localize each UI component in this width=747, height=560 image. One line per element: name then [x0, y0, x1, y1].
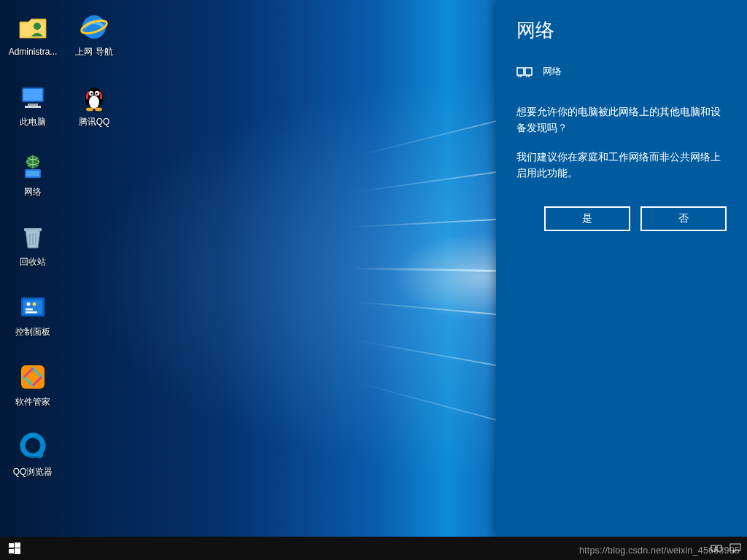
windows-logo-icon	[9, 542, 20, 554]
svg-rect-6	[25, 106, 41, 108]
desktop-icon-qq[interactable]: 腾讯QQ	[66, 77, 123, 144]
ethernet-icon	[516, 63, 533, 79]
svg-point-13	[86, 108, 93, 112]
desktop-icon-qq-browser[interactable]: QQ浏览器	[4, 427, 61, 494]
svg-point-21	[27, 303, 31, 306]
svg-point-11	[90, 93, 93, 95]
desktop-icon-label: 控制面板	[15, 327, 50, 337]
taskbar[interactable]	[0, 537, 747, 560]
qq-browser-icon	[18, 432, 48, 462]
svg-rect-35	[711, 545, 716, 551]
svg-rect-29	[517, 68, 524, 75]
svg-rect-17	[26, 171, 39, 176]
start-button[interactable]	[0, 537, 29, 560]
desktop-icon-user-folder[interactable]: Administra...	[4, 7, 61, 74]
flyout-button-row: 是 否	[516, 206, 727, 231]
svg-point-0	[34, 23, 41, 30]
desktop-icon-label: 网络	[24, 187, 42, 197]
desktop-icon-label: 腾讯QQ	[79, 117, 110, 127]
desktop-icon-label: 回收站	[20, 257, 46, 267]
svg-rect-4	[23, 89, 42, 101]
svg-rect-34	[15, 548, 20, 554]
tray-action-center-icon[interactable]	[729, 542, 741, 554]
svg-rect-37	[730, 544, 740, 551]
internet-explorer-icon	[79, 12, 109, 42]
control-panel-icon	[18, 292, 48, 322]
svg-point-28	[23, 456, 42, 460]
flyout-message-1: 想要允许你的电脑被此网络上的其他电脑和设备发现吗？	[516, 104, 727, 136]
svg-rect-32	[15, 542, 20, 548]
desktop-icon-ie[interactable]: 上网 导航	[66, 7, 123, 74]
desktop-icon-recycle-bin[interactable]: 回收站	[4, 217, 61, 284]
svg-point-14	[95, 108, 102, 112]
desktop-icon-this-pc[interactable]: 此电脑	[4, 77, 61, 144]
desktop-icon-label: QQ浏览器	[13, 467, 53, 477]
desktop-icon-label: 上网 导航	[75, 47, 112, 57]
desktop-icon-label: 软件管家	[15, 397, 50, 407]
svg-rect-31	[9, 543, 14, 548]
tray-network-icon[interactable]	[711, 542, 722, 554]
desktop-icon-label: 此电脑	[20, 117, 46, 127]
network-icon	[18, 152, 48, 182]
svg-rect-18	[24, 228, 42, 231]
flyout-message-2: 我们建议你在家庭和工作网络而非公共网络上启用此功能。	[516, 149, 727, 182]
recycle-bin-icon	[18, 222, 48, 252]
system-tray	[705, 537, 747, 560]
svg-rect-30	[525, 68, 532, 75]
network-flyout: 网络 网络 想要允许你的电脑被此网络上的其他电脑和设备发现吗？ 我们建议你在家庭…	[496, 0, 747, 537]
this-pc-icon	[18, 82, 48, 112]
user-folder-icon	[18, 12, 48, 42]
desktop-icon-control-panel[interactable]: 控制面板	[4, 287, 61, 354]
no-button[interactable]: 否	[640, 206, 727, 231]
svg-rect-23	[26, 308, 33, 311]
desktop[interactable]: Administra... 上网 导航	[0, 0, 747, 560]
network-name: 网络	[543, 65, 562, 78]
network-entry[interactable]: 网络	[516, 63, 727, 79]
qq-penguin-icon	[79, 82, 109, 112]
flyout-title: 网络	[516, 18, 727, 43]
yes-button[interactable]: 是	[544, 206, 630, 231]
desktop-icon-soft-manager[interactable]: 软件管家	[4, 357, 61, 424]
svg-point-22	[33, 303, 36, 306]
svg-rect-33	[9, 549, 14, 553]
software-manager-icon	[18, 362, 48, 392]
desktop-icons: Administra... 上网 导航	[4, 7, 123, 497]
svg-point-12	[96, 93, 98, 95]
svg-rect-5	[28, 104, 38, 106]
svg-rect-36	[717, 545, 721, 551]
desktop-icon-network[interactable]: 网络	[4, 147, 61, 214]
desktop-icon-label: Administra...	[9, 47, 58, 57]
svg-rect-24	[26, 311, 37, 314]
